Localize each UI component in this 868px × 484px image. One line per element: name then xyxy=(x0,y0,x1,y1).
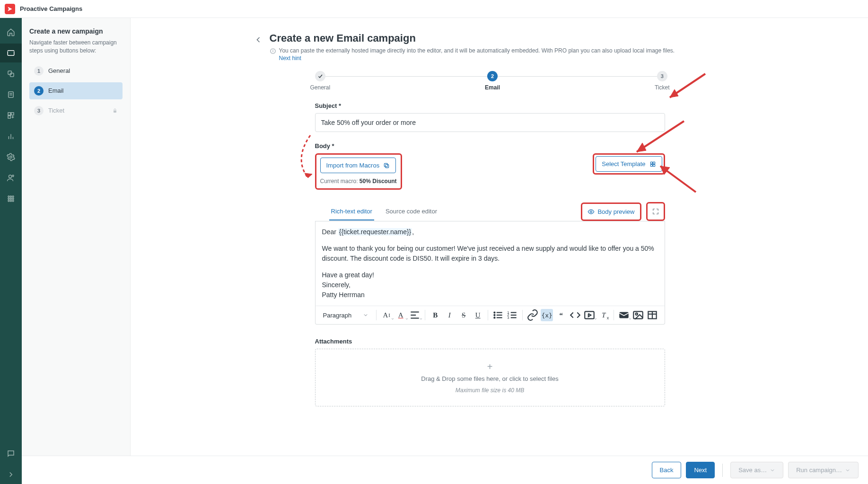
rail-mail[interactable] xyxy=(0,44,22,62)
expand-icon xyxy=(652,208,659,215)
svg-rect-57 xyxy=(585,311,594,318)
media-button[interactable] xyxy=(583,309,596,321)
copy-icon xyxy=(383,162,390,169)
link-button[interactable] xyxy=(526,309,539,321)
merge-placeholder: {{ticket.requester.name}} xyxy=(338,228,412,236)
rail-views[interactable] xyxy=(0,106,22,125)
svg-point-12 xyxy=(10,156,12,158)
expand-button[interactable] xyxy=(649,205,662,218)
back-button[interactable]: Back xyxy=(652,462,682,478)
font-family-button[interactable]: AI xyxy=(380,309,393,321)
rail-apps[interactable] xyxy=(0,189,22,208)
svg-point-19 xyxy=(10,198,12,200)
next-hint-link[interactable]: Next hint xyxy=(279,55,675,62)
editor-body[interactable]: Dear {{ticket.requester.name}}, We want … xyxy=(315,221,665,306)
underline-button[interactable]: U xyxy=(472,309,484,321)
tab-richtext[interactable]: Rich-text editor xyxy=(329,203,374,220)
svg-point-16 xyxy=(10,196,12,197)
annotation-box-preview: Body preview xyxy=(581,202,641,221)
placeholder-button[interactable]: {x} xyxy=(541,309,553,321)
step-email[interactable]: 2 Email xyxy=(29,82,123,99)
page-title: Create a new Email campaign xyxy=(270,32,675,44)
svg-text:3: 3 xyxy=(507,316,509,320)
svg-point-49 xyxy=(494,317,495,318)
mail-insert-button[interactable] xyxy=(618,309,630,321)
svg-rect-32 xyxy=(650,164,652,166)
step-number: 3 xyxy=(34,106,44,115)
app-logo xyxy=(5,4,15,14)
svg-rect-29 xyxy=(385,163,388,167)
table-button[interactable] xyxy=(646,309,658,321)
info-icon xyxy=(270,48,276,54)
import-macros-button[interactable]: Import from Macros xyxy=(320,158,396,173)
save-as-button[interactable]: Save as… xyxy=(730,462,783,478)
image-button[interactable] xyxy=(632,309,644,321)
svg-line-35 xyxy=(670,74,705,97)
strike-button[interactable]: S xyxy=(457,309,470,321)
dropzone-max: Maximum file size is 40 MB xyxy=(328,387,652,394)
step-number: 2 xyxy=(34,86,44,96)
clear-format-button[interactable]: Tx xyxy=(597,309,610,321)
topbar: Proactive Campaigns xyxy=(0,0,868,18)
rail-chat[interactable] xyxy=(0,444,22,463)
body-preview-button[interactable]: Body preview xyxy=(584,205,638,218)
annotation-box-import: Import from Macros Current macro: 50% Di… xyxy=(315,153,402,190)
step-general[interactable]: 1 General xyxy=(29,62,123,79)
stepper-node-general[interactable]: General xyxy=(310,71,331,91)
dropzone-text: Drag & Drop some files here, or click to… xyxy=(328,375,652,382)
sidepanel-desc: Navigate faster between campaign steps u… xyxy=(29,39,123,55)
plus-icon: + xyxy=(328,361,652,372)
svg-rect-6 xyxy=(8,113,10,115)
svg-rect-24 xyxy=(114,110,116,113)
svg-point-17 xyxy=(12,196,14,197)
svg-rect-59 xyxy=(633,311,643,318)
svg-marker-34 xyxy=(305,173,312,178)
attachments-dropzone[interactable]: + Drag & Drop some files here, or click … xyxy=(315,349,665,406)
svg-rect-8 xyxy=(8,116,10,118)
select-template-button[interactable]: Select Template xyxy=(596,156,662,172)
svg-point-13 xyxy=(9,175,12,178)
svg-point-14 xyxy=(12,175,14,176)
ol-button[interactable]: 123 xyxy=(506,309,518,321)
svg-point-41 xyxy=(590,211,592,212)
stepper-node-email[interactable]: 2 Email xyxy=(485,71,500,91)
app-title: Proactive Campaigns xyxy=(20,5,82,12)
ul-button[interactable] xyxy=(492,309,504,321)
tab-source[interactable]: Source code editor xyxy=(384,203,439,220)
back-chevron-icon[interactable] xyxy=(254,35,263,44)
chevron-down-icon xyxy=(770,467,775,473)
next-button[interactable]: Next xyxy=(686,462,715,478)
rail-expand[interactable] xyxy=(0,465,22,484)
paragraph-select[interactable]: Paragraph xyxy=(319,310,373,321)
step-label: Email xyxy=(48,87,64,94)
svg-marker-36 xyxy=(670,89,678,97)
subject-label: Subject * xyxy=(315,102,665,109)
svg-point-15 xyxy=(8,196,9,197)
svg-point-22 xyxy=(10,200,12,202)
grid-icon xyxy=(649,161,656,167)
annotation-box-expand xyxy=(646,202,665,221)
font-color-button[interactable]: A xyxy=(395,309,407,321)
italic-button[interactable]: I xyxy=(443,309,456,321)
rail-agents[interactable] xyxy=(0,168,22,187)
svg-point-47 xyxy=(494,315,495,316)
run-campaign-button[interactable]: Run campaign… xyxy=(788,462,859,478)
stepper-label: General xyxy=(310,84,331,91)
quote-button[interactable]: “ xyxy=(555,309,567,321)
subject-input[interactable] xyxy=(315,113,665,132)
rail-home[interactable] xyxy=(0,23,22,42)
align-button[interactable] xyxy=(409,309,421,321)
rail-lists[interactable] xyxy=(0,85,22,104)
svg-point-23 xyxy=(12,200,14,202)
svg-rect-58 xyxy=(619,312,629,318)
rail-analytics[interactable] xyxy=(0,127,22,146)
hint-text: You can paste the externally hosted imag… xyxy=(279,47,675,54)
code-button[interactable] xyxy=(569,309,581,321)
rail-settings[interactable] xyxy=(0,148,22,167)
step-label: Ticket xyxy=(48,107,64,114)
chevron-down-icon xyxy=(845,467,850,473)
step-ticket: 3 Ticket xyxy=(29,102,123,119)
bold-button[interactable]: B xyxy=(429,309,441,321)
step-label: General xyxy=(48,67,70,74)
rail-templates[interactable] xyxy=(0,64,22,83)
